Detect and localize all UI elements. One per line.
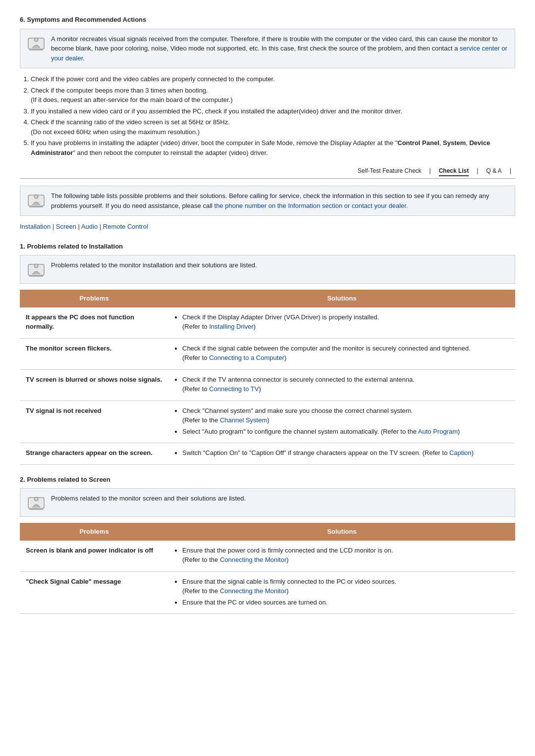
connecting-computer-link[interactable]: Connecting to a Computer [209, 354, 284, 361]
monitor-icon [27, 494, 45, 511]
list-icon [27, 260, 45, 278]
section6-infobox: A monitor recreates visual signals recei… [20, 29, 515, 69]
list-item: Switch "Caption On" to "Caption Off" if … [174, 448, 509, 458]
list-item: Check if the TV antenna connector is sec… [174, 375, 509, 394]
list-item: Select "Auto program" to configure the c… [174, 427, 509, 437]
connecting-monitor-link[interactable]: Connecting the Monitor [220, 556, 286, 563]
breadcrumb-screen[interactable]: Screen [56, 223, 76, 230]
solution-cell: Check if the Display Adapter Driver (VGA… [168, 307, 515, 339]
section1-table: Problems Solutions It appears the PC doe… [20, 290, 515, 465]
col-problems: Problems [20, 290, 168, 307]
problem-cell: The monitor screen flickers. [20, 338, 168, 369]
table-row: "Check Signal Cable" message Ensure that… [20, 571, 515, 614]
table-row: The monitor screen flickers. Check if th… [20, 338, 515, 369]
svg-point-4 [34, 195, 38, 199]
tab-qa[interactable]: Q & A [486, 166, 502, 176]
list-item: Check if the Display Adapter Driver (VGA… [174, 312, 509, 332]
list-item: Check if the computer beeps more than 3 … [31, 86, 515, 105]
table-row: Screen is blank and power indicator is o… [20, 541, 515, 572]
table-row: TV screen is blurred or shows noise sign… [20, 369, 515, 401]
connecting-tv-link[interactable]: Connecting to TV [209, 385, 259, 393]
solution-cell: Check if the TV antenna connector is sec… [168, 369, 515, 401]
section6-title: 6. Symptoms and Recommended Actions [20, 15, 515, 25]
list-item: If you installed a new video card or if … [31, 106, 515, 116]
service-center-link[interactable]: service center or your dealer [51, 45, 507, 62]
section2-infobox: Problems related to the monitor screen a… [20, 488, 515, 517]
section6-infobox-text: A monitor recreates visual signals recei… [51, 34, 508, 63]
col-solutions: Solutions [168, 290, 515, 307]
svg-point-1 [34, 38, 38, 42]
table-row: It appears the PC does not function norm… [20, 307, 515, 339]
list-item: Check "Channel system" and make sure you… [174, 406, 509, 425]
section2-infobox-text: Problems related to the monitor screen a… [51, 494, 246, 504]
list-item: Check if the signal cable between the co… [174, 344, 509, 363]
section2-table: Problems Solutions Screen is blank and p… [20, 523, 515, 614]
info-icon [27, 191, 45, 209]
section1: 1. Problems related to Installation Prob… [20, 242, 515, 465]
table-row: Strange characters appear on the screen.… [20, 443, 515, 465]
problem-cell: TV screen is blurred or shows noise sign… [20, 369, 168, 401]
svg-point-10 [34, 497, 38, 501]
breadcrumb-remote-control[interactable]: Remote Control [103, 223, 148, 230]
section2: 2. Problems related to Screen Problems r… [20, 475, 515, 614]
problem-cell: "Check Signal Cable" message [20, 571, 168, 614]
solution-cell: Check "Channel system" and make sure you… [168, 401, 515, 443]
channel-system-link[interactable]: Channel System [220, 416, 267, 424]
problem-cell: It appears the PC does not function norm… [20, 307, 168, 339]
caption-link[interactable]: Caption [449, 449, 472, 456]
breadcrumbs: Installation | Screen | Audio | Remote C… [20, 222, 515, 232]
tab-bar: Self-Test Feature Check | Check List | Q… [20, 166, 515, 179]
list-item: If you have problems in installing the a… [31, 138, 515, 157]
breadcrumb-installation[interactable]: Installation [20, 223, 51, 230]
section2-title: 2. Problems related to Screen [20, 475, 515, 485]
section1-infobox: Problems related to the monitor installa… [20, 255, 515, 284]
solution-cell: Ensure that the power cord is firmly con… [168, 541, 515, 572]
table-row: TV signal is not received Check "Channel… [20, 401, 515, 443]
section6-list: Check if the power cord and the video ca… [20, 74, 515, 157]
tab-check-list[interactable]: Check List [439, 166, 469, 176]
solution-cell: Ensure that the signal cable is firmly c… [168, 571, 515, 614]
checklist-infobox-text: The following table lists possible probl… [51, 191, 508, 210]
list-item: Ensure that the signal cable is firmly c… [174, 577, 509, 596]
list-item: Ensure that the power cord is firmly con… [174, 546, 509, 565]
problem-cell: Strange characters appear on the screen. [20, 443, 168, 465]
tab-self-test[interactable]: Self-Test Feature Check [358, 166, 422, 176]
col-solutions: Solutions [168, 523, 515, 541]
section1-infobox-text: Problems related to the monitor installa… [51, 260, 257, 270]
connecting-monitor-link2[interactable]: Connecting the Monitor [220, 587, 286, 595]
section1-title: 1. Problems related to Installation [20, 242, 515, 252]
auto-program-link[interactable]: Auto Program [418, 428, 458, 435]
svg-point-7 [34, 264, 38, 268]
phone-link[interactable]: the phone number on the Information sect… [214, 202, 408, 209]
warning-icon [27, 34, 45, 52]
list-item: Ensure that the PC or video sources are … [174, 598, 509, 607]
list-item: Check if the power cord and the video ca… [31, 74, 515, 84]
col-problems: Problems [20, 523, 168, 541]
checklist-infobox: The following table lists possible probl… [20, 186, 515, 216]
problem-cell: TV signal is not received [20, 401, 168, 443]
list-item: Check if the scanning ratio of the video… [31, 117, 515, 137]
solution-cell: Check if the signal cable between the co… [168, 338, 515, 369]
installing-driver-link[interactable]: Installing Driver [209, 323, 254, 330]
problem-cell: Screen is blank and power indicator is o… [20, 541, 168, 572]
breadcrumb-audio[interactable]: Audio [81, 223, 98, 230]
solution-cell: Switch "Caption On" to "Caption Off" if … [168, 443, 515, 465]
